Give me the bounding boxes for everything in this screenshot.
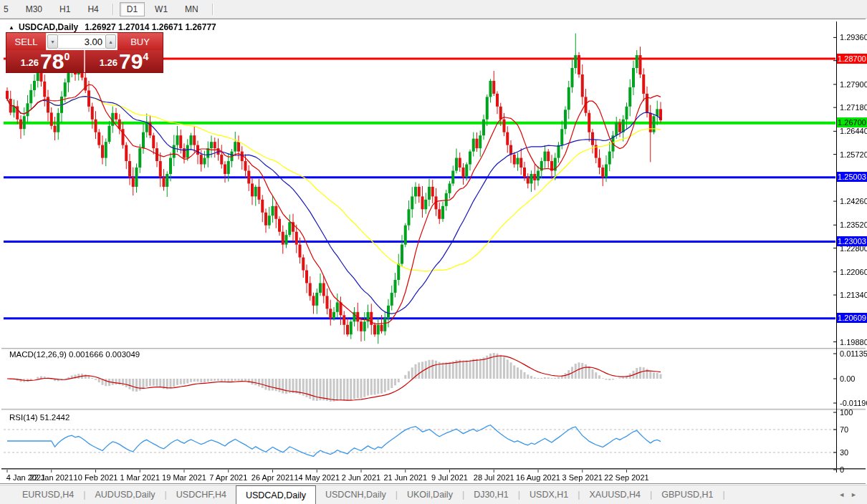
mt4-terminal: { "toolbar": {"items": ["5", "M30", "H1"… bbox=[0, 0, 867, 504]
sell-price-pips: 78 bbox=[40, 53, 64, 71]
tab-eurusd-h4[interactable]: EURUSD,H4 bbox=[13, 485, 83, 504]
tab-audusd-daily[interactable]: AUDUSD,Daily bbox=[86, 485, 165, 504]
rsi-axis-label: 70 bbox=[840, 425, 848, 434]
tab-separator: | bbox=[723, 485, 725, 504]
buy-price-pips: 79 bbox=[119, 53, 143, 71]
sell-price-point: 0 bbox=[64, 51, 70, 62]
price-axis-label: 1.27900 bbox=[840, 80, 867, 89]
macd-axis-label: -0.01190 bbox=[840, 399, 867, 407]
volume-spinner: ▼ ▲ bbox=[47, 33, 117, 50]
price-axis-label: 1.26440 bbox=[840, 127, 867, 135]
date-axis-label: 7 Apr 2021 bbox=[209, 473, 247, 482]
tab-xauusd-h4[interactable]: XAUUSD,H4 bbox=[580, 485, 650, 504]
date-axis-label: 9 Jul 2021 bbox=[431, 473, 468, 482]
volume-input[interactable] bbox=[58, 34, 105, 49]
volume-decrease-button[interactable]: ▼ bbox=[47, 34, 58, 49]
rsi-axis-label: 100 bbox=[840, 408, 853, 417]
date-axis-label: 16 Aug 2021 bbox=[516, 473, 560, 482]
price-axis-label: 1.29360 bbox=[840, 33, 867, 42]
price-axis-label: 1.21340 bbox=[840, 291, 867, 299]
tab-ukoil-daily[interactable]: UKOil,Daily bbox=[398, 485, 462, 504]
buy-price-point: 4 bbox=[143, 51, 148, 62]
price-axis-label: 1.23520 bbox=[840, 220, 867, 229]
price-level-badge: 1.26700 bbox=[837, 117, 867, 127]
tab-dj30-h1[interactable]: DJ30,H1 bbox=[464, 485, 518, 504]
tab-usdchf-h4[interactable]: USDCHF,H4 bbox=[167, 485, 236, 504]
date-axis-label: 2 Jun 2021 bbox=[342, 473, 380, 482]
date-axis-label: 28 Jul 2021 bbox=[474, 473, 514, 482]
date-axis-label: 21 Jun 2021 bbox=[383, 473, 427, 482]
rsi-axis-label: 30 bbox=[840, 448, 848, 457]
date-axis-label: 1 Mar 2021 bbox=[120, 473, 160, 482]
tab-gbpusd-h1[interactable]: GBPUSD,H1 bbox=[652, 485, 722, 504]
tabs-scroll-left-icon[interactable]: ◄ bbox=[838, 491, 845, 498]
price-level-badge: 1.20609 bbox=[837, 313, 867, 323]
tab-usdx-h1[interactable]: USDX,H1 bbox=[520, 485, 578, 504]
price-level-badge: 1.23003 bbox=[837, 236, 867, 246]
collapse-triangle-icon[interactable]: ▲ bbox=[9, 24, 14, 31]
macd-axis-label: 0.01135 bbox=[840, 349, 867, 358]
price-level-badge: 1.28700 bbox=[837, 54, 867, 64]
price-axis-label: 1.22060 bbox=[840, 268, 867, 276]
date-axis-label: 22 Jan 2021 bbox=[29, 473, 73, 482]
price-axis-label: 1.25720 bbox=[840, 150, 867, 159]
tab-usdcnh-daily[interactable]: USDCNH,Daily bbox=[316, 485, 396, 504]
price-level-badge: 1.25003 bbox=[837, 172, 867, 182]
chart-ohlc-values: 1.26927 1.27014 1.26671 1.26777 bbox=[85, 22, 216, 32]
date-axis-label: 14 May 2021 bbox=[294, 473, 340, 482]
tab-usdcad-daily[interactable]: USDCAD,Daily bbox=[236, 485, 316, 504]
tabs-scroll-right-icon[interactable]: ► bbox=[851, 491, 857, 498]
buy-button[interactable]: BUY bbox=[117, 33, 163, 50]
chart-tab-bar: EURUSD,H4 | AUDUSD,Daily | USDCHF,H4 USD… bbox=[0, 485, 867, 504]
price-axis-label: 1.24260 bbox=[840, 197, 867, 205]
one-click-trading-panel: SELL ▼ ▲ BUY 1.26 78 0 1.26 79 4 bbox=[6, 32, 163, 73]
volume-increase-button[interactable]: ▲ bbox=[105, 34, 116, 49]
buy-price-prefix: 1.26 bbox=[100, 57, 118, 68]
macd-axis-label: 0.00 bbox=[840, 374, 855, 383]
rsi-indicator-label: RSI(14) 51.2442 bbox=[9, 413, 70, 422]
sell-price-display[interactable]: 1.26 78 0 bbox=[6, 50, 85, 72]
date-axis-label: 19 Mar 2021 bbox=[162, 473, 206, 482]
price-chart-canvas[interactable] bbox=[0, 0, 867, 504]
date-axis-label: 22 Sep 2021 bbox=[604, 473, 648, 482]
buy-price-display[interactable]: 1.26 79 4 bbox=[85, 50, 163, 72]
price-axis-label: 1.27180 bbox=[840, 103, 867, 112]
price-axis-label: 1.19880 bbox=[840, 338, 867, 346]
date-axis-label: 10 Feb 2021 bbox=[74, 473, 118, 482]
sell-button[interactable]: SELL bbox=[6, 33, 47, 50]
chart-symbol-label: USDCAD,Daily bbox=[19, 22, 78, 32]
macd-indicator-label: MACD(12,26,9) 0.001666 0.003049 bbox=[9, 350, 140, 359]
chart-title: ▲USDCAD,Daily1.26927 1.27014 1.26671 1.2… bbox=[9, 22, 216, 32]
date-axis-label: 26 Apr 2021 bbox=[252, 473, 294, 482]
sell-price-prefix: 1.26 bbox=[21, 57, 39, 68]
rsi-axis-label: 0 bbox=[840, 465, 844, 474]
date-axis-label: 3 Sep 2021 bbox=[562, 473, 603, 482]
